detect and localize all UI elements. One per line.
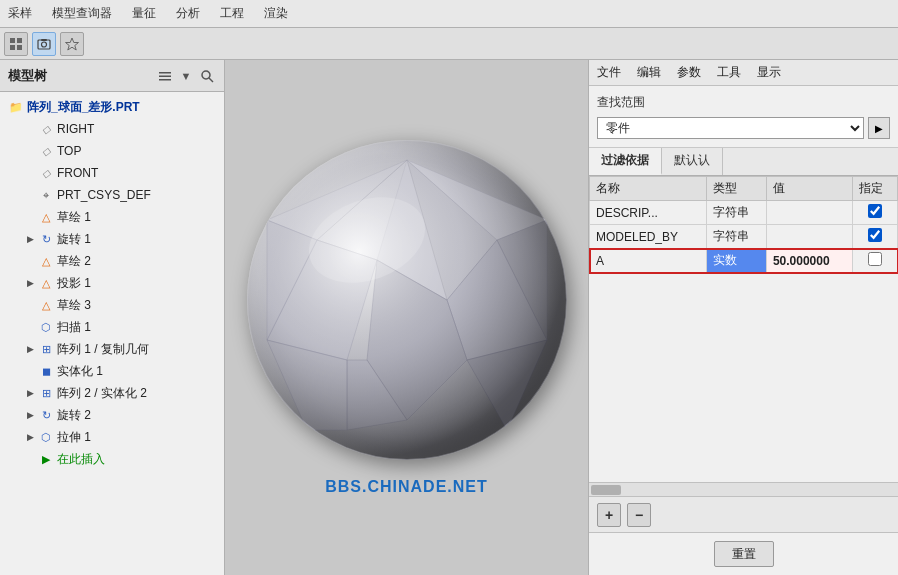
tree-expand-arrow[interactable] xyxy=(24,211,36,223)
sphere-container xyxy=(247,140,567,460)
search-arrow-btn[interactable]: ▶ xyxy=(868,117,890,139)
insert-icon: ▶ xyxy=(38,451,54,467)
datum-icon: ◇ xyxy=(38,165,54,181)
bottom-toolbar: + − xyxy=(589,496,898,532)
param-value-cell[interactable]: 50.000000 xyxy=(766,249,852,273)
param-check-cell[interactable] xyxy=(852,249,897,273)
revolve-icon: ↻ xyxy=(38,231,54,247)
array-icon: ⊞ xyxy=(38,341,54,357)
tree-item-label: 草绘 1 xyxy=(57,209,91,226)
sketch-icon: △ xyxy=(38,209,54,225)
toolbar-star-btn[interactable] xyxy=(60,32,84,56)
model-tree-header: 模型树 ▼ xyxy=(0,60,224,92)
param-check-cell[interactable] xyxy=(852,201,897,225)
param-check-cell[interactable] xyxy=(852,225,897,249)
svg-rect-8 xyxy=(159,72,171,74)
h-scroll[interactable] xyxy=(589,482,898,496)
svg-line-12 xyxy=(209,78,213,82)
menu-display[interactable]: 显示 xyxy=(757,64,781,81)
tree-expand-arrow[interactable] xyxy=(24,255,36,267)
tree-settings-icon[interactable] xyxy=(156,67,174,85)
tree-expand-arrow[interactable] xyxy=(24,145,36,157)
toolbar-grid-btn[interactable] xyxy=(4,32,28,56)
tree-item-label: 在此插入 xyxy=(57,451,105,468)
tree-item[interactable]: ▶↻旋转 2 xyxy=(0,404,224,426)
tree-expand-icon[interactable]: ▼ xyxy=(177,67,195,85)
menu-edit[interactable]: 编辑 xyxy=(637,64,661,81)
param-checkbox[interactable] xyxy=(868,228,882,242)
menu-params[interactable]: 参数 xyxy=(677,64,701,81)
tree-expand-arrow[interactable]: ▶ xyxy=(24,343,36,355)
tree-search-icon[interactable] xyxy=(198,67,216,85)
tree-expand-arrow[interactable] xyxy=(24,189,36,201)
tree-item[interactable]: ▶△投影 1 xyxy=(0,272,224,294)
tab-render[interactable]: 渲染 xyxy=(264,5,288,22)
tree-item[interactable]: ⌖PRT_CSYS_DEF xyxy=(0,184,224,206)
tree-expand-arrow[interactable] xyxy=(24,321,36,333)
tree-item[interactable]: ◼实体化 1 xyxy=(0,360,224,382)
tree-item[interactable]: ◇FRONT xyxy=(0,162,224,184)
search-range-label: 查找范围 xyxy=(597,94,890,111)
param-name-cell: A xyxy=(590,249,707,273)
svg-marker-7 xyxy=(66,38,79,50)
tree-item[interactable]: ◇RIGHT xyxy=(0,118,224,140)
filter-tab-default[interactable]: 默认认 xyxy=(662,148,723,175)
tree-item[interactable]: ⬡扫描 1 xyxy=(0,316,224,338)
reset-section: 重置 xyxy=(589,532,898,575)
param-name-cell: MODELED_BY xyxy=(590,225,707,249)
param-checkbox[interactable] xyxy=(868,252,882,266)
menu-file[interactable]: 文件 xyxy=(597,64,621,81)
reset-button[interactable]: 重置 xyxy=(714,541,774,567)
tree-expand-arrow[interactable] xyxy=(24,365,36,377)
tree-item[interactable]: ▶⬡拉伸 1 xyxy=(0,426,224,448)
filter-tab-filter[interactable]: 过滤依据 xyxy=(589,148,662,175)
tab-engineering[interactable]: 工程 xyxy=(220,5,244,22)
tree-item[interactable]: ▶↻旋转 1 xyxy=(0,228,224,250)
tree-item[interactable]: △草绘 1 xyxy=(0,206,224,228)
tree-expand-arrow[interactable] xyxy=(24,123,36,135)
sketch-icon: △ xyxy=(38,297,54,313)
search-select[interactable]: 零件组件特征 xyxy=(597,117,864,139)
tree-expand-arrow[interactable]: ▶ xyxy=(24,409,36,421)
filter-tabs: 过滤依据 默认认 xyxy=(589,148,898,176)
param-name-cell: DESCRIP... xyxy=(590,201,707,225)
tree-expand-arrow[interactable]: ▶ xyxy=(24,277,36,289)
table-row[interactable]: MODELED_BY字符串 xyxy=(590,225,898,249)
tree-item[interactable]: ◇TOP xyxy=(0,140,224,162)
tab-analysis[interactable]: 分析 xyxy=(176,5,200,22)
tree-item[interactable]: △草绘 2 xyxy=(0,250,224,272)
param-checkbox[interactable] xyxy=(868,204,882,218)
svg-rect-10 xyxy=(159,79,171,81)
tree-item[interactable]: ▶在此插入 xyxy=(0,448,224,470)
csys-icon: ⌖ xyxy=(38,187,54,203)
tree-item[interactable]: △草绘 3 xyxy=(0,294,224,316)
add-button[interactable]: + xyxy=(597,503,621,527)
tree-expand-arrow[interactable] xyxy=(24,167,36,179)
table-row[interactable]: A实数50.000000 xyxy=(590,249,898,273)
tab-measure[interactable]: 量征 xyxy=(132,5,156,22)
param-value-cell[interactable] xyxy=(766,201,852,225)
remove-button[interactable]: − xyxy=(627,503,651,527)
h-scroll-bar[interactable] xyxy=(591,485,621,495)
folder-icon: 📁 xyxy=(8,99,24,115)
3d-sphere xyxy=(247,140,567,460)
tree-expand-arrow[interactable]: ▶ xyxy=(24,431,36,443)
params-table-body: DESCRIP...字符串MODELED_BY字符串A实数50.000000 xyxy=(590,201,898,273)
param-value-cell[interactable] xyxy=(766,225,852,249)
tab-sampling[interactable]: 采样 xyxy=(8,5,32,22)
tree-item-label: 阵列 1 / 复制几何 xyxy=(57,341,149,358)
tree-item[interactable]: ▶⊞阵列 2 / 实体化 2 xyxy=(0,382,224,404)
tree-expand-arrow[interactable] xyxy=(24,453,36,465)
col-value: 值 xyxy=(766,177,852,201)
extrude-icon: ⬡ xyxy=(38,319,54,335)
tree-expand-arrow[interactable]: ▶ xyxy=(24,233,36,245)
tree-root-item[interactable]: 📁 阵列_球面_差形.PRT xyxy=(0,96,224,118)
watermark: BBS.CHINADE.NET xyxy=(325,478,488,496)
tree-item[interactable]: ▶⊞阵列 1 / 复制几何 xyxy=(0,338,224,360)
tree-expand-arrow[interactable]: ▶ xyxy=(24,387,36,399)
toolbar-camera-btn[interactable] xyxy=(32,32,56,56)
menu-tools[interactable]: 工具 xyxy=(717,64,741,81)
tree-expand-arrow[interactable] xyxy=(24,299,36,311)
tab-model-query[interactable]: 模型查询器 xyxy=(52,5,112,22)
table-row[interactable]: DESCRIP...字符串 xyxy=(590,201,898,225)
